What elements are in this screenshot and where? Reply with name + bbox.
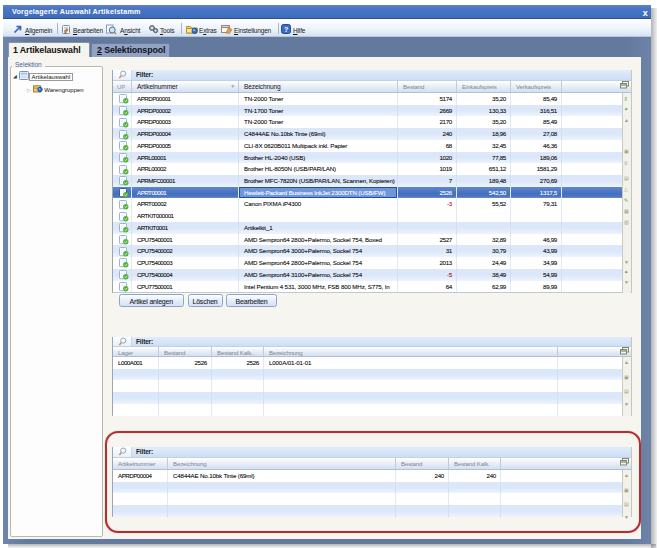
svg-text:?: ? [284, 26, 288, 33]
